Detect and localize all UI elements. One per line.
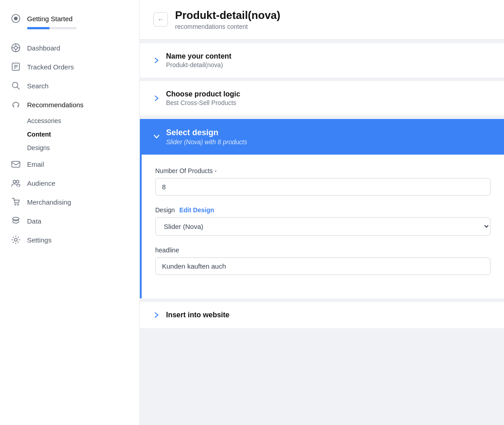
chevron-right-icon-2 (153, 95, 160, 101)
section-product-logic-subtitle: Best Cross-Sell Products (166, 99, 240, 106)
back-button[interactable]: ← (153, 12, 168, 27)
section-name-content-header[interactable]: Name your content Produkt-detail(nova) (140, 43, 504, 78)
section-insert-website-title: Insert into website (166, 311, 229, 319)
data-icon (11, 216, 21, 226)
audience-label: Audience (27, 179, 55, 187)
section-select-design-subtitle: Slider (Nova) with 8 products (166, 138, 247, 146)
section-product-logic-title: Choose product logic (166, 90, 240, 98)
recommendations-label: Recommendations (27, 101, 83, 109)
sidebar-item-audience[interactable]: Audience (0, 174, 139, 192)
section-name-content-subtitle: Produkt-detail(nova) (166, 61, 231, 69)
page-header: ← Produkt-detail(nova) recommendations c… (140, 0, 504, 40)
number-of-products-group: Number Of Products - (155, 167, 490, 196)
recommendations-icon (11, 100, 21, 110)
dashboard-icon (11, 43, 21, 53)
svg-point-17 (15, 204, 16, 206)
svg-point-15 (13, 180, 16, 183)
svg-point-16 (16, 180, 19, 183)
sidebar: Getting Started Dashboard (0, 0, 140, 425)
merchandising-icon (11, 197, 21, 207)
section-name-content-text: Name your content Produkt-detail(nova) (166, 52, 231, 69)
design-label: Design Edit Design (155, 206, 490, 214)
svg-point-3 (14, 46, 18, 50)
settings-label: Settings (27, 236, 51, 244)
search-icon (11, 81, 21, 91)
progress-fill (27, 27, 50, 29)
design-select[interactable]: Slider (Nova) Grid (Nova) List (Nova) (155, 217, 490, 236)
headline-group: headline (155, 247, 490, 275)
section-product-logic-header[interactable]: Choose product logic Best Cross-Sell Pro… (140, 81, 504, 115)
svg-point-18 (18, 204, 19, 206)
sidebar-item-getting-started[interactable]: Getting Started (11, 14, 129, 23)
chevron-down-icon (153, 133, 160, 140)
edit-design-link[interactable]: Edit Design (179, 206, 214, 214)
search-label: Search (27, 82, 49, 90)
section-select-design-body: Number Of Products - Design Edit Design … (140, 155, 504, 298)
sidebar-item-settings[interactable]: Settings (0, 230, 139, 249)
section-product-logic-text: Choose product logic Best Cross-Sell Pro… (166, 90, 240, 106)
circle-icon (11, 14, 21, 23)
recommendations-sub-items: Accessories Content Designs (0, 114, 139, 155)
email-label: Email (27, 160, 44, 168)
sidebar-item-data[interactable]: Data (0, 211, 139, 230)
headline-input[interactable] (155, 257, 490, 275)
svg-line-13 (17, 87, 19, 89)
section-insert-website-text: Insert into website (166, 311, 229, 319)
svg-point-1 (14, 17, 18, 20)
number-of-products-input[interactable] (155, 178, 490, 196)
getting-started-label: Getting Started (27, 15, 73, 23)
design-group: Design Edit Design Slider (Nova) Grid (N… (155, 206, 490, 236)
section-product-logic: Choose product logic Best Cross-Sell Pro… (140, 81, 504, 115)
page-title: Produkt-detail(nova) (175, 9, 280, 22)
settings-icon (11, 235, 21, 245)
tracked-orders-label: Tracked Orders (27, 63, 74, 71)
main-content: ← Produkt-detail(nova) recommendations c… (140, 0, 504, 425)
section-select-design-header[interactable]: Select design Slider (Nova) with 8 produ… (140, 119, 504, 155)
email-icon (11, 159, 21, 169)
headline-label: headline (155, 247, 490, 254)
audience-icon (11, 178, 21, 188)
sidebar-item-email[interactable]: Email (0, 155, 139, 174)
page-subtitle: recommendations content (175, 23, 280, 30)
sidebar-item-search[interactable]: Search (0, 76, 139, 95)
section-insert-website-header[interactable]: Insert into website (140, 302, 504, 328)
section-name-content: Name your content Produkt-detail(nova) (140, 43, 504, 78)
data-label: Data (27, 217, 42, 225)
section-insert-website: Insert into website (140, 302, 504, 328)
svg-point-19 (13, 217, 19, 220)
sidebar-item-recommendations[interactable]: Recommendations (0, 95, 139, 114)
section-name-content-title: Name your content (166, 52, 231, 60)
chevron-right-icon-3 (153, 312, 160, 318)
sidebar-sub-content[interactable]: Content (27, 128, 139, 141)
section-select-design: Select design Slider (Nova) with 8 produ… (140, 119, 504, 155)
number-of-products-label: Number Of Products - (155, 167, 490, 174)
sidebar-item-tracked-orders[interactable]: Tracked Orders (0, 57, 139, 76)
dashboard-label: Dashboard (27, 44, 60, 52)
sidebar-item-merchandising[interactable]: Merchandising (0, 192, 139, 211)
chevron-right-icon (153, 57, 160, 64)
sidebar-sub-designs[interactable]: Designs (27, 141, 139, 155)
progress-bar (27, 27, 77, 29)
svg-point-20 (14, 238, 17, 241)
orders-icon (11, 62, 21, 72)
section-select-design-text: Select design Slider (Nova) with 8 produ… (166, 128, 247, 146)
section-select-design-title: Select design (166, 128, 247, 137)
sidebar-item-dashboard[interactable]: Dashboard (0, 38, 139, 57)
sidebar-sub-accessories[interactable]: Accessories (27, 114, 139, 128)
svg-rect-14 (12, 161, 20, 167)
merchandising-label: Merchandising (27, 198, 71, 206)
page-header-text: Produkt-detail(nova) recommendations con… (175, 9, 280, 30)
